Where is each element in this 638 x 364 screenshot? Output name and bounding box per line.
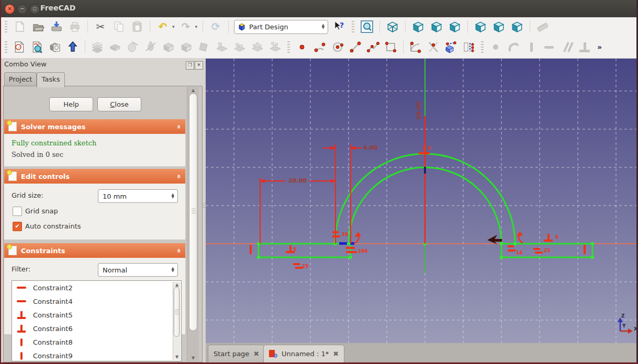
line-icon[interactable] (348, 40, 363, 54)
collapse-icon[interactable]: « (175, 248, 183, 253)
rectangle-icon[interactable] (384, 40, 398, 54)
close-tab-icon[interactable]: ✖ (333, 350, 339, 358)
toolbar-overflow-icon[interactable]: » (597, 43, 602, 51)
offset-dimension[interactable]: 4.00 (363, 144, 377, 151)
leave-sketch-icon[interactable] (65, 40, 80, 54)
scroll-up-icon[interactable]: ▲ (187, 88, 199, 93)
scroll-down-icon[interactable]: ▼ (187, 356, 199, 360)
constraint-marker-6-right[interactable]: 6 (555, 234, 558, 240)
height-dimension[interactable]: 29.00 (416, 101, 422, 120)
redo-dropdown-icon[interactable]: ▾ (195, 24, 198, 29)
solver-messages-header[interactable]: Solver messages « (4, 119, 185, 134)
list-item[interactable]: Constraint5 (12, 308, 181, 322)
whats-this-icon[interactable]: ? (332, 19, 346, 34)
constraint-filter-select[interactable]: Normal ▲▼ (98, 263, 178, 277)
grid-size-select[interactable]: 10 mm ▲▼ (98, 189, 178, 203)
fit-all-icon[interactable] (360, 19, 374, 34)
selected-edge[interactable] (339, 242, 354, 245)
toolbar-grip[interactable] (5, 41, 7, 53)
toolbar-grip[interactable] (481, 41, 484, 53)
redo-icon[interactable]: ↷ (178, 19, 193, 34)
collapse-icon[interactable]: « (175, 174, 183, 178)
list-item[interactable]: Constraint8 (12, 335, 181, 349)
workbench-spinner[interactable]: ▲▼ (322, 24, 324, 29)
title-bar[interactable]: ✕ ─ ▢ FreeCAD (0, 0, 638, 17)
list-item[interactable]: Constraint6 (12, 322, 181, 335)
bottom-view-icon[interactable] (491, 19, 506, 34)
workbench-selector[interactable]: Part Design ▲▼ (234, 20, 328, 34)
undo-icon[interactable]: ↶ (155, 19, 170, 34)
mirrored-icon[interactable] (215, 40, 229, 54)
constrain-vertical-icon[interactable] (524, 40, 539, 54)
polar-pattern-icon[interactable] (250, 40, 265, 54)
grid-size-spinner[interactable]: ▲▼ (172, 194, 174, 199)
copy-icon[interactable] (111, 19, 126, 34)
groove-icon[interactable] (143, 40, 158, 54)
measure-distance-icon[interactable] (535, 19, 550, 34)
auto-constraints-checkbox[interactable]: ✔ (13, 222, 22, 231)
external-geometry-icon[interactable] (444, 40, 458, 54)
constrain-perpendicular-icon[interactable] (577, 40, 592, 54)
constraints-header[interactable]: Constraints « (4, 243, 185, 258)
axonometric-view-icon[interactable] (385, 19, 400, 34)
multi-transform-icon[interactable] (268, 40, 283, 54)
constraint-marker-14[interactable]: 14 (516, 250, 523, 255)
list-item[interactable]: Constraint4 (12, 294, 181, 308)
tasks-panel-scrollbar[interactable]: ▲ ▼ (187, 87, 199, 361)
toolbar-grip[interactable] (5, 21, 7, 32)
constraint-list-scrollbar[interactable]: ▲ ▼ (173, 282, 181, 360)
scrollbar-thumb[interactable] (189, 93, 197, 331)
rear-view-icon[interactable] (473, 19, 488, 34)
pad-icon[interactable] (90, 40, 105, 54)
toolbar-grip[interactable] (352, 21, 354, 32)
undo-dropdown-icon[interactable]: ▾ (172, 24, 175, 29)
window-close-button[interactable]: ✕ (5, 4, 15, 14)
scroll-up-icon[interactable]: ▲ (173, 282, 181, 287)
help-button[interactable]: Help (49, 97, 93, 111)
top-view-icon[interactable] (429, 19, 444, 34)
circle-icon[interactable] (330, 40, 345, 54)
cut-icon[interactable]: ✂ (93, 19, 108, 34)
open-document-icon[interactable] (31, 19, 46, 34)
dimension-lines[interactable] (260, 116, 425, 244)
list-item[interactable]: Constraint2 (12, 281, 181, 294)
edit-controls-header[interactable]: Edit controls « (4, 169, 185, 184)
right-view-icon[interactable] (447, 19, 462, 34)
point-icon[interactable] (295, 40, 309, 54)
list-item[interactable]: Constraint9 (12, 349, 181, 361)
panel-close-icon[interactable]: ✕ (195, 61, 203, 70)
toolbar-grip[interactable] (287, 41, 290, 53)
arc-icon[interactable] (312, 40, 327, 54)
refresh-icon[interactable]: ⟳ (208, 19, 223, 34)
constraint-marker-25-right[interactable]: 25 (544, 248, 551, 253)
polyline-icon[interactable] (366, 40, 380, 54)
constraint-marker-28[interactable]: 28 (342, 232, 349, 237)
3d-view[interactable]: 20.00 4.00 29.00 6 28 284 25 5 14 25 6 X… (206, 59, 636, 343)
save-document-icon[interactable] (49, 19, 64, 34)
constrain-parallel-icon[interactable] (559, 40, 574, 54)
edit-sketch-icon[interactable] (30, 40, 44, 54)
chamfer-icon[interactable] (179, 40, 194, 54)
left-view-icon[interactable] (510, 19, 524, 34)
filter-spinner[interactable]: ▲▼ (172, 267, 174, 272)
tab-project[interactable]: Project (4, 72, 37, 86)
window-minimize-button[interactable]: ─ (17, 4, 27, 14)
grid-snap-checkbox[interactable] (13, 207, 22, 216)
close-button[interactable]: Close (97, 97, 141, 111)
close-tab-icon[interactable]: ✖ (253, 350, 259, 358)
constrain-coincident-icon[interactable] (488, 40, 503, 54)
constrain-horizontal-icon[interactable] (542, 40, 556, 54)
constraint-marker-5[interactable]: 5 (293, 247, 296, 252)
print-icon[interactable] (68, 19, 82, 34)
scroll-down-icon[interactable]: ▼ (173, 355, 181, 359)
window-maximize-button[interactable]: ▢ (30, 4, 40, 14)
map-sketch-to-face-icon[interactable] (48, 40, 62, 54)
tab-start-page[interactable]: Start page ✖ (208, 345, 265, 362)
pocket-icon[interactable] (108, 40, 122, 54)
constrain-tangent-icon[interactable] (506, 40, 521, 54)
front-view-icon[interactable] (411, 19, 426, 34)
draft-icon[interactable] (197, 40, 211, 54)
trim-edge-icon[interactable] (426, 40, 441, 54)
constraint-marker-284[interactable]: 284 (358, 248, 368, 254)
tab-tasks[interactable]: Tasks (37, 72, 65, 87)
